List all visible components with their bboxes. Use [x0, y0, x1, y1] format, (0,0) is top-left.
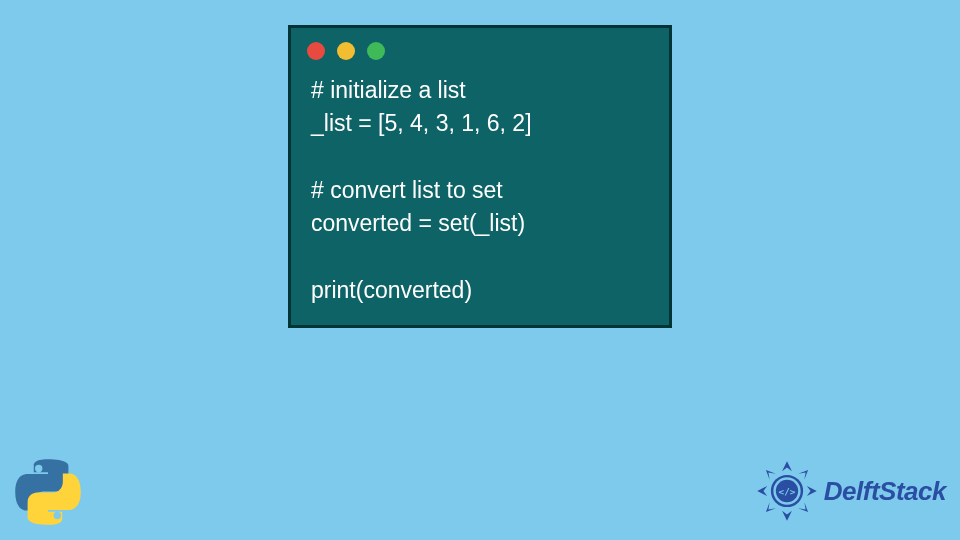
svg-marker-5	[798, 502, 808, 512]
svg-marker-0	[782, 461, 792, 471]
traffic-light-zoom-icon	[367, 42, 385, 60]
svg-marker-1	[807, 486, 817, 496]
python-logo-icon	[14, 458, 82, 526]
code-body: # initialize a list _list = [5, 4, 3, 1,…	[291, 66, 669, 307]
window-titlebar	[291, 28, 669, 66]
delftstack-emblem-icon: </>	[756, 460, 818, 522]
delftstack-brand: </> DelftStack	[756, 460, 946, 522]
svg-marker-2	[782, 511, 792, 521]
delftstack-brand-text: DelftStack	[824, 476, 946, 507]
traffic-light-minimize-icon	[337, 42, 355, 60]
traffic-light-close-icon	[307, 42, 325, 60]
svg-marker-7	[766, 470, 776, 480]
svg-marker-3	[757, 486, 767, 496]
svg-marker-6	[766, 502, 776, 512]
svg-text:</>: </>	[778, 486, 795, 497]
code-window: # initialize a list _list = [5, 4, 3, 1,…	[288, 25, 672, 328]
svg-marker-4	[798, 470, 808, 480]
